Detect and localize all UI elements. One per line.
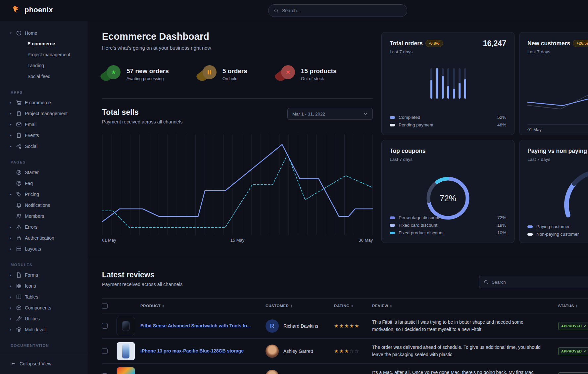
product-link[interactable]: Fitbit Sense Advanced Smartwatch with To… (140, 323, 266, 329)
reviews-search[interactable] (479, 276, 588, 288)
reviews-table-header: PRODUCT▴▾CUSTOMER▴▾RATING▴▾REVIEW▴▾STATU… (102, 298, 588, 313)
sidebar-item-tables[interactable]: ▸Tables (0, 291, 88, 302)
sidebar-item-events[interactable]: ▸Events (0, 130, 88, 141)
star-icon: ☆ (355, 348, 360, 354)
product-thumbnail-smartwatch[interactable] (117, 317, 135, 335)
sidebar-item-home[interactable]: ▾Home (0, 28, 88, 38)
row-checkbox[interactable] (102, 348, 108, 354)
caret-right-icon: ▸ (9, 193, 13, 196)
caret-right-icon: ▸ (9, 273, 13, 277)
sidebar-item-email[interactable]: ▸Email (0, 119, 88, 130)
sidebar-item-errors[interactable]: ▸Errors (0, 221, 88, 232)
sidebar-item-label: E commerce (25, 100, 51, 105)
column-header-review[interactable]: REVIEW▴▾ (372, 304, 558, 308)
sort-icon[interactable]: ▴▾ (291, 304, 292, 307)
sidebar-item-members[interactable]: Members (0, 210, 88, 221)
sidebar-subitem-social-feed[interactable]: Social feed (0, 71, 88, 82)
legend-item: Paying customer (527, 223, 588, 230)
top-coupons-title: Top coupons (390, 148, 426, 154)
stats-row: ★57 new ordersAwating processing5 orders… (102, 65, 373, 83)
sidebar-item-utilities[interactable]: ▸Utilities (0, 313, 88, 324)
status-cell: APPROVED ✓ (558, 322, 588, 330)
check-icon: ✓ (584, 349, 587, 353)
collapse-icon (10, 361, 16, 366)
sidebar-item-faq[interactable]: Faq (0, 178, 88, 189)
avatar[interactable] (266, 370, 279, 374)
customer-cell: Ashley Garrett (266, 345, 334, 358)
avatar[interactable] (266, 345, 279, 358)
stat-2: 5 ordersOn hold (198, 65, 247, 83)
product-link[interactable]: iPhone 13 pro max-Pacific Blue-128GB sto… (140, 348, 266, 354)
sidebar-item-authentication[interactable]: ▸Authentication (0, 232, 88, 243)
caret-right-icon: ▸ (9, 225, 13, 229)
caret-right-icon: ▸ (9, 284, 13, 288)
global-search[interactable] (268, 4, 407, 17)
sidebar-item-notifications[interactable]: Notifications (0, 200, 88, 210)
sidebar-item-multi-level[interactable]: ▸Multi level (0, 324, 88, 335)
sidebar-item-pricing[interactable]: ▸Pricing (0, 189, 88, 200)
brand-logo[interactable]: phoenix (11, 5, 53, 15)
stat-value: 15 products (301, 68, 337, 75)
global-search-input[interactable] (282, 8, 402, 13)
column-header-rating[interactable]: RATING▴▾ (334, 304, 372, 308)
sidebar-item-icons[interactable]: ▸Icons (0, 280, 88, 291)
avatar[interactable]: R (266, 319, 279, 333)
sort-icon[interactable]: ▴▾ (576, 304, 577, 307)
reviews-search-input[interactable] (492, 280, 586, 285)
sort-icon[interactable]: ▴▾ (352, 304, 353, 307)
stat-icon-pause (198, 65, 218, 83)
sidebar-item-project-management[interactable]: ▸Project management (0, 108, 88, 119)
sidebar-item-components[interactable]: ▸Components (0, 302, 88, 313)
date-range-select[interactable]: Mar 1 - 31, 2022 (287, 108, 373, 120)
dashboard-left-column: Ecommerce Dashboard Here's what's going … (102, 31, 373, 244)
sidebar-subitem-landing[interactable]: Landing (0, 60, 88, 71)
sort-icon[interactable]: ▴▾ (163, 304, 164, 307)
stat-icon-cross: × (276, 65, 296, 83)
caret-right-icon: ▸ (9, 101, 13, 104)
stat-value: 5 orders (222, 68, 247, 75)
sidebar-item-starter[interactable]: Starter (0, 167, 88, 178)
column-header-product[interactable]: PRODUCT▴▾ (140, 304, 266, 308)
new-customers-title: New customers (527, 40, 570, 47)
sidebar-item-label: Multi level (25, 327, 45, 332)
sort-icon[interactable]: ▴▾ (390, 304, 392, 307)
product-thumb-cell (117, 317, 140, 335)
sidebar-subitem-e-commerce[interactable]: E commerce (0, 38, 88, 49)
collapse-sidebar-button[interactable]: Collapsed View (0, 353, 88, 374)
new-customers-card: New customers+26.5% Last 7 days 01 May (519, 32, 588, 135)
stat-text: 57 new ordersAwating processing (126, 68, 169, 81)
sidebar-subitem-project-management[interactable]: Project management (0, 49, 88, 60)
sidebar-item-social[interactable]: ▸Social (0, 141, 88, 152)
sidebar-item-e-commerce[interactable]: ▸E commerce (0, 97, 88, 108)
sidebar-item-label: Events (25, 133, 39, 138)
lock-icon (16, 235, 22, 241)
table-row: Fitbit Sense Advanced Smartwatch with To… (102, 313, 588, 339)
legend-item: Completed52% (390, 114, 506, 121)
new-customers-axis-label: 01 May (527, 127, 542, 132)
product-thumbnail-macbook[interactable] (117, 367, 135, 374)
cart-icon (16, 100, 22, 106)
stat-icon-star: ★ (102, 65, 122, 83)
new-customers-axis-line (527, 124, 588, 125)
column-header-status[interactable]: STATUS▴▾ (558, 304, 588, 308)
total-orders-change-badge: -6.8% (425, 40, 443, 47)
sidebar-nav: ▾HomeE commerceProject managementLanding… (0, 21, 88, 348)
paying-legend: Paying customerNon-paying customer (527, 223, 588, 238)
star-icon: ★ (344, 323, 349, 329)
total-sells-chart: 01 May 15 May 30 May (102, 134, 373, 244)
row-checkbox[interactable] (102, 323, 108, 329)
star-icon: ★ (107, 65, 121, 79)
sidebar-item-layouts[interactable]: ▸Layouts (0, 243, 88, 254)
sidebar-item-label: Home (25, 30, 37, 36)
product-thumbnail-iphone[interactable] (117, 342, 135, 360)
top-coupons-card: Top coupons Last 7 days 72% Percentage d… (381, 140, 514, 243)
column-header-customer[interactable]: CUSTOMER▴▾ (266, 304, 334, 308)
stat-text: 5 ordersOn hold (222, 68, 247, 81)
select-all-checkbox[interactable] (102, 303, 108, 309)
sidebar-item-forms[interactable]: ▸Forms (0, 269, 88, 280)
star-icon: ★ (334, 348, 339, 354)
legend-swatch (390, 232, 395, 234)
total-orders-value: 16,247 (483, 39, 506, 48)
caret-right-icon: ▸ (9, 123, 13, 126)
layers-icon (16, 327, 22, 333)
